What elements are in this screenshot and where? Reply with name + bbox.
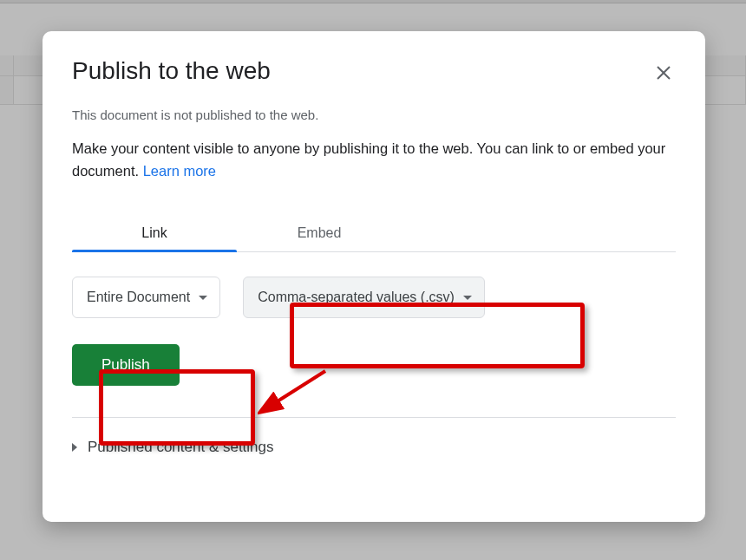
dialog-title: Publish to the web bbox=[72, 57, 271, 85]
tabs: Link Embed bbox=[72, 215, 676, 252]
close-icon bbox=[656, 65, 671, 81]
publish-status: This document is not published to the we… bbox=[72, 107, 676, 122]
close-button[interactable] bbox=[651, 61, 676, 85]
scope-dropdown[interactable]: Entire Document bbox=[72, 277, 220, 318]
publish-button[interactable]: Publish bbox=[72, 344, 180, 386]
published-content-settings-toggle[interactable]: Published content & settings bbox=[72, 439, 676, 456]
expand-label: Published content & settings bbox=[88, 439, 274, 456]
chevron-right-icon bbox=[72, 443, 77, 452]
divider bbox=[72, 417, 676, 418]
learn-more-link[interactable]: Learn more bbox=[143, 163, 216, 179]
tab-embed[interactable]: Embed bbox=[237, 215, 402, 251]
format-dropdown[interactable]: Comma-separated values (.csv) bbox=[243, 277, 485, 318]
publish-dialog: Publish to the web This document is not … bbox=[43, 31, 705, 522]
scope-dropdown-label: Entire Document bbox=[87, 290, 190, 305]
caret-down-icon bbox=[463, 296, 472, 300]
caret-down-icon bbox=[199, 296, 207, 300]
tab-link[interactable]: Link bbox=[72, 215, 237, 251]
dialog-description: Make your content visible to anyone by p… bbox=[72, 138, 676, 182]
format-dropdown-label: Comma-separated values (.csv) bbox=[258, 290, 455, 305]
